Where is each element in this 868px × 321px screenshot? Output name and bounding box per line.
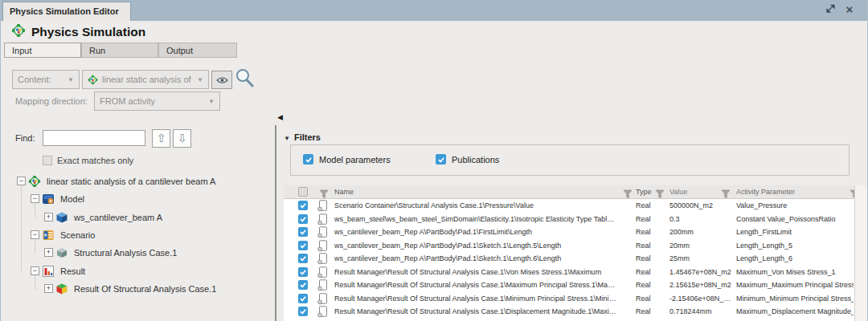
checkbox-checked-icon[interactable] <box>436 154 446 165</box>
eye-icon[interactable] <box>211 71 232 89</box>
filter-publications[interactable]: Publications <box>436 154 499 165</box>
collapse-panel-icon[interactable]: ◀ <box>277 113 283 121</box>
expand-node-icon[interactable]: + <box>44 248 53 257</box>
content-type-dropdown[interactable]: Content: ▼ <box>12 70 80 89</box>
expand-node-icon[interactable]: + <box>44 284 53 293</box>
tab-input[interactable]: Input <box>4 43 81 58</box>
find-input[interactable] <box>43 130 145 146</box>
tree-item[interactable]: −linear static analysis of a cantilever … <box>1 173 270 190</box>
table-row[interactable]: Result Manager\Result Of Structural Anal… <box>284 305 854 319</box>
column-header-name[interactable]: Name <box>334 188 354 196</box>
table-row[interactable]: ws_cantilever_beam_Rep A\PartBody\Pad.1\… <box>284 252 854 266</box>
tree-item-label: Model <box>60 194 84 204</box>
cell-name: ws_cantilever_beam_Rep A\PartBody\Pad.1\… <box>334 254 617 262</box>
mapping-direction-dropdown[interactable]: FROM activity ▼ <box>94 91 220 111</box>
table-row[interactable]: Result Manager\Result Of Structural Anal… <box>284 266 854 279</box>
cell-type: Real <box>636 242 661 250</box>
magnifier-icon[interactable] <box>232 66 256 90</box>
cell-value: 500000N_m2 <box>669 201 731 209</box>
cell-activity-parameter: Constant Value_PoissonsRatio <box>736 215 854 223</box>
expand-window-icon[interactable] <box>824 3 837 16</box>
app-header: Physics Simulation <box>11 24 145 40</box>
table-row[interactable]: Scenario Container\Structural Analysis C… <box>284 199 854 213</box>
table-row[interactable]: Result Manager\Result Of Structural Anal… <box>284 278 854 292</box>
panel-divider[interactable] <box>275 125 276 321</box>
table-row[interactable]: ws_beam_steel\ws_beam_steel_SimDomain\El… <box>284 213 854 226</box>
cell-type: Real <box>636 201 661 209</box>
window-tab[interactable]: Physics Simulation Editor <box>2 2 131 21</box>
simulation-tree: −linear static analysis of a cantilever … <box>1 173 270 321</box>
cell-name: Scenario Container\Structural Analysis C… <box>334 201 617 209</box>
simulation-gear-icon <box>88 75 98 85</box>
row-checkbox-checked[interactable] <box>298 201 308 210</box>
arrow-down-icon[interactable]: ⇩ <box>173 129 191 148</box>
table-row[interactable]: Result Manager\Result Of Structural Anal… <box>284 292 854 306</box>
close-icon[interactable]: × <box>843 3 856 16</box>
row-checkbox-checked[interactable] <box>298 280 308 290</box>
tab-run[interactable]: Run <box>81 43 158 58</box>
filters-box: Model parameters Publications <box>290 144 850 176</box>
result-cube-icon <box>55 282 68 295</box>
collapse-node-icon[interactable]: − <box>31 194 39 203</box>
row-checkbox-checked[interactable] <box>298 214 308 224</box>
cell-name: Result Manager\Result Of Structural Anal… <box>334 295 617 303</box>
filter-model-parameters[interactable]: Model parameters <box>303 154 391 165</box>
window-tab-title: Physics Simulation Editor <box>10 6 119 16</box>
tree-item[interactable]: +ws_cantilever_beam A <box>1 209 270 226</box>
filters-header[interactable]: ▼Filters <box>284 132 321 142</box>
tree-item[interactable]: −Result <box>1 262 270 280</box>
row-checkbox-checked[interactable] <box>298 307 308 316</box>
result-chart-icon <box>42 265 55 278</box>
row-checkbox-checked[interactable] <box>298 294 308 303</box>
cell-name: ws_cantilever_beam_Rep A\PartBody\Pad.1\… <box>334 242 617 250</box>
select-all-checkbox[interactable] <box>298 187 308 197</box>
beam-cube-icon <box>55 211 68 224</box>
tree-item[interactable]: +Result Of Structural Analysis Case.1 <box>1 280 270 298</box>
collapse-node-icon[interactable]: − <box>31 230 39 239</box>
table-row[interactable]: ws_cantilever_beam_Rep A\PartBody\Pad.1\… <box>284 226 854 239</box>
chevron-down-icon: ▼ <box>208 98 215 105</box>
tab-output[interactable]: Output <box>158 43 237 58</box>
cell-type: Real <box>636 215 661 223</box>
filter-label: Model parameters <box>319 155 391 165</box>
collapse-node-icon[interactable]: − <box>31 266 39 275</box>
column-header-type[interactable]: Type <box>636 188 652 196</box>
chevron-down-icon: ▼ <box>197 76 203 83</box>
column-header-activity-parameter[interactable]: Activity Parameter <box>736 188 795 196</box>
analysis-case-icon <box>55 246 68 259</box>
table-row[interactable]: ws_cantilever_beam_Rep A\PartBody\Pad.1\… <box>284 239 854 253</box>
column-header-value[interactable]: Value <box>669 188 687 196</box>
checkbox-checked-icon[interactable] <box>303 154 313 165</box>
cell-activity-parameter: Maximum_Displacement Magnitude_1 <box>736 307 854 315</box>
parameters-table: Name Type Value Activity Parameter Scena… <box>284 185 854 321</box>
tree-item[interactable]: −Model <box>1 190 270 208</box>
cell-value: 1.45467e+08N_m2 <box>669 268 731 276</box>
arrow-up-icon[interactable]: ⇧ <box>152 129 170 148</box>
cell-name: Result Manager\Result Of Structural Anal… <box>334 268 617 276</box>
cell-type: Real <box>636 307 661 315</box>
content-object-dropdown[interactable]: linear static analysis of a ... ▼ <box>82 70 209 89</box>
tree-guide-line <box>35 240 35 254</box>
cell-value: 20mm <box>669 242 731 250</box>
tree-item[interactable]: +Structural Analysis Case.1 <box>1 244 270 262</box>
cell-name: ws_cantilever_beam_Rep A\PartBody\Pad.1\… <box>334 228 617 236</box>
row-checkbox-checked[interactable] <box>298 267 308 277</box>
cell-value: -2.15406e+08N_m2 <box>669 295 731 303</box>
expand-node-icon[interactable]: + <box>44 213 53 221</box>
cell-activity-parameter: Minimum_Minimum Principal Stress_1 <box>736 295 854 303</box>
cell-name: Result Manager\Result Of Structural Anal… <box>334 307 617 315</box>
filter-label: Publications <box>452 155 499 165</box>
row-checkbox-checked[interactable] <box>298 254 308 263</box>
parameter-page-icon <box>317 306 328 321</box>
cell-type: Real <box>636 228 661 236</box>
exact-matches-checkbox[interactable] <box>43 156 52 165</box>
cell-type: Real <box>636 254 661 262</box>
row-checkbox-checked[interactable] <box>298 227 308 237</box>
vertical-scrollbar[interactable] <box>854 185 868 321</box>
collapse-node-icon[interactable]: − <box>17 177 26 185</box>
simulation-gear-icon <box>28 175 41 188</box>
chevron-down-icon: ▼ <box>68 76 74 83</box>
tree-item[interactable]: −Scenario <box>1 226 270 244</box>
exact-matches-label: Exact matches only <box>57 156 133 165</box>
row-checkbox-checked[interactable] <box>298 241 308 250</box>
